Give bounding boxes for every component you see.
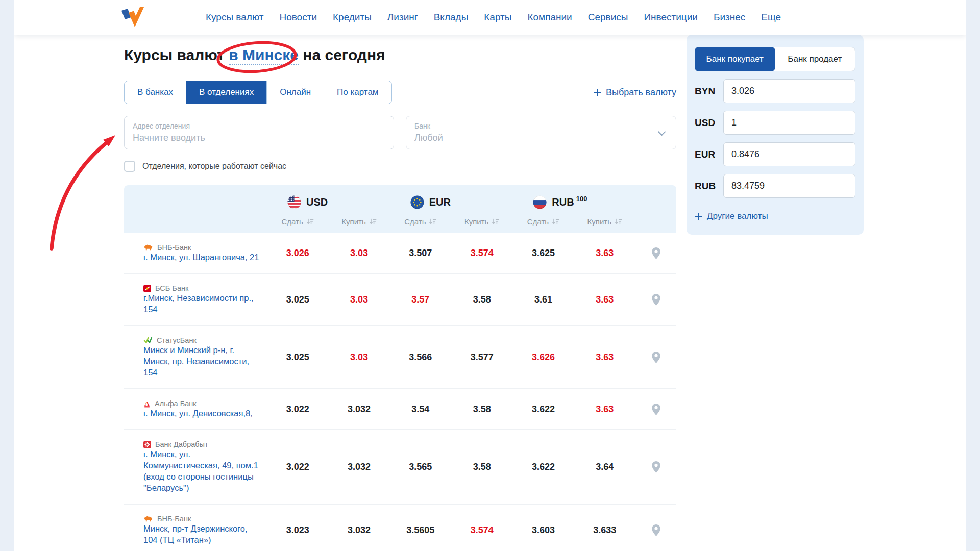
title-suffix: на сегодня: [299, 46, 385, 63]
bank-select[interactable]: Банк Любой: [406, 116, 676, 149]
subheader-label: Купить: [341, 217, 365, 226]
sort-купить-usd[interactable]: Купить: [328, 217, 389, 226]
map-pin-icon[interactable]: [635, 294, 676, 306]
address-input[interactable]: Адрес отделения Начните вводить: [124, 116, 394, 149]
currency-code-label: EUR: [695, 149, 723, 160]
map-pin-icon[interactable]: [635, 461, 676, 473]
amount-input-usd[interactable]: 1: [723, 111, 855, 135]
bank-cell: Банк Дабрабытг. Минск, ул. Коммунистичес…: [124, 440, 267, 493]
nav-item[interactable]: Бизнес: [714, 12, 745, 23]
choose-currency-link[interactable]: Выбрать валюту: [594, 87, 676, 98]
rate-value: 3.03: [328, 248, 389, 259]
converter-row-byn: BYN3.026: [695, 79, 855, 103]
bank-title-line: ААльфа Банк: [143, 399, 262, 408]
us-flag-icon: [287, 195, 301, 209]
currency-header-eur: EUR: [390, 195, 513, 209]
currency-header-usd: USD: [267, 195, 390, 209]
branch-address-link[interactable]: г. Минск, ул. Денисовская,8,: [143, 409, 253, 418]
subheader-label: Купить: [464, 217, 488, 226]
bank-title-line: БНБ-Банк: [143, 243, 262, 252]
map-pin-icon[interactable]: [635, 404, 676, 415]
nav-item[interactable]: Еще: [761, 12, 781, 23]
plus-icon: [594, 89, 601, 96]
amount-input-eur[interactable]: 0.8476: [723, 142, 855, 166]
city-link[interactable]: в Минске: [229, 46, 299, 65]
branch-address-link[interactable]: г.Минск, Независимости пр., 154: [143, 293, 254, 314]
currency-code: EUR: [429, 196, 451, 208]
table-row: ААльфа Банкг. Минск, ул. Денисовская,8,3…: [124, 388, 676, 429]
table-body: БНБ-Банкг. Минск, ул. Шаранговича, 213.0…: [124, 233, 676, 551]
sort-сдать-eur[interactable]: Сдать: [390, 217, 451, 226]
rate-value: 3.603: [512, 525, 574, 536]
bank-name: БНБ-Банк: [157, 515, 191, 523]
bnb-bank-logo-icon: [143, 515, 153, 523]
branch-address-link[interactable]: Минск, пр-т Дзержинского, 104 (ТЦ «Титан…: [143, 524, 248, 544]
bsb-bank-logo-icon: [143, 285, 151, 292]
open-now-checkbox[interactable]: [124, 161, 135, 172]
rate-value: 3.58: [451, 294, 512, 305]
nav-item[interactable]: Инвестиции: [644, 12, 698, 23]
map-pin-icon[interactable]: [635, 524, 676, 536]
rate-value: 3.022: [267, 404, 328, 415]
nav-item[interactable]: Вклады: [434, 12, 469, 23]
nav-item[interactable]: Сервисы: [588, 12, 628, 23]
branch-address-link[interactable]: Минск и Минский р-н, г. Минск, пр. Незав…: [143, 345, 249, 377]
choose-currency-label: Выбрать валюту: [606, 87, 676, 98]
branch-address-link[interactable]: г. Минск, ул. Коммунистическая, 49, пом.…: [143, 449, 258, 492]
page-title: Курсы валют в Минске на сегодня: [124, 45, 676, 65]
sort-сдать-usd[interactable]: Сдать: [267, 217, 328, 226]
dabrabyt-bank-logo-icon: [143, 441, 151, 448]
currency-denomination: 100: [576, 195, 587, 203]
nav-item[interactable]: Лизинг: [387, 12, 418, 23]
bank-name: Банк Дабрабыт: [155, 440, 208, 448]
subheader-label: Сдать: [404, 217, 426, 226]
amount-input-rub[interactable]: 83.4759: [723, 174, 855, 198]
alfa-bank-logo-icon: А: [143, 399, 151, 408]
sort-icon: [369, 218, 377, 226]
map-pin-icon[interactable]: [635, 247, 676, 259]
rate-value: 3.63: [574, 248, 635, 259]
converter-row-rub: RUB83.4759: [695, 174, 855, 198]
nav-item[interactable]: Карты: [484, 12, 511, 23]
buy-sell-toggle: Банк покупает Банк продает: [695, 47, 855, 71]
site-logo-icon[interactable]: [120, 7, 145, 28]
nav-item[interactable]: Новости: [279, 12, 317, 23]
branch-address-link[interactable]: г. Минск, ул. Шаранговича, 21: [143, 253, 259, 262]
map-pin-icon[interactable]: [635, 352, 676, 363]
other-currencies-link[interactable]: Другие валюты: [695, 211, 768, 221]
bank-name: БСБ Банк: [155, 284, 188, 292]
svg-text:А: А: [144, 399, 150, 407]
amount-input-byn[interactable]: 3.026: [723, 79, 855, 103]
bank-cell: БНБ-Банкг. Минск, ул. Шаранговича, 21: [124, 243, 267, 263]
sort-icon: [492, 218, 499, 226]
view-tab[interactable]: По картам: [324, 81, 391, 104]
view-tabs: В банкахВ отделенияхОнлайнПо картам: [124, 81, 392, 104]
nav-item[interactable]: Курсы валют: [206, 12, 263, 23]
nav-item[interactable]: Кредиты: [333, 12, 372, 23]
rates-table: USDEURRUB100 СдатьКупитьСдатьКупитьСдать…: [124, 185, 676, 551]
sort-icon: [615, 218, 622, 226]
currency-code: RUB: [552, 196, 574, 208]
rate-value: 3.63: [574, 404, 635, 415]
sort-сдать-rub[interactable]: Сдать: [512, 217, 574, 226]
rate-value: 3.574: [451, 525, 512, 536]
bank-sells-tab[interactable]: Банк продает: [775, 47, 855, 71]
converter-row-usd: USD1: [695, 111, 855, 135]
rate-value: 3.032: [328, 404, 389, 415]
view-tab[interactable]: Онлайн: [267, 81, 324, 104]
title-prefix: Курсы валют: [124, 46, 229, 63]
sort-icon: [552, 218, 559, 226]
view-tab[interactable]: В банках: [125, 81, 186, 104]
nav-item[interactable]: Компании: [527, 12, 572, 23]
content-area: Курсы валют в Минске на сегодня В банках…: [14, 35, 966, 551]
rate-value: 3.03: [328, 352, 389, 363]
view-tab[interactable]: В отделениях: [186, 81, 267, 104]
table-row: БСБ Банкг.Минск, Независимости пр., 1543…: [124, 273, 676, 325]
sort-купить-rub[interactable]: Купить: [574, 217, 635, 226]
table-header: USDEURRUB100 СдатьКупитьСдатьКупитьСдать…: [124, 185, 676, 233]
open-now-filter[interactable]: Отделения, которые работают сейчас: [124, 161, 286, 172]
sort-купить-eur[interactable]: Купить: [451, 217, 512, 226]
bank-buys-tab[interactable]: Банк покупает: [695, 47, 775, 71]
currency-code-label: RUB: [695, 181, 723, 192]
rate-value: 3.025: [267, 352, 328, 363]
